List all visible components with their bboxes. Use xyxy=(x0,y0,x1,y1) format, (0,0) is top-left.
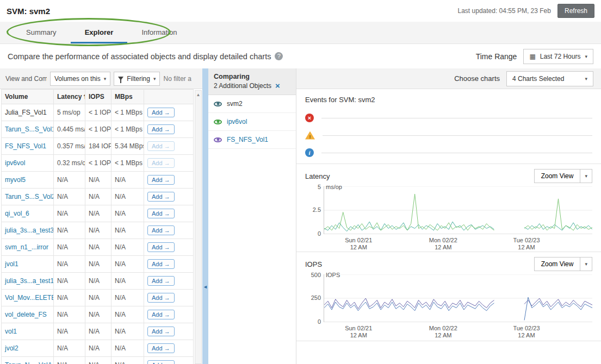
volume-link[interactable]: FS_NFS_Vol1 xyxy=(5,142,46,150)
add-button[interactable]: Add → xyxy=(147,108,175,117)
comparing-item-label[interactable]: FS_NFS_Vol1 xyxy=(227,136,268,143)
iops-cell: N/A xyxy=(85,256,111,273)
series-svm2 xyxy=(324,298,494,309)
iops-cell: N/A xyxy=(85,323,111,340)
zoom-view-caret-button[interactable]: ▾ xyxy=(580,257,592,271)
iops-cell: N/A xyxy=(85,222,111,239)
tab-summary[interactable]: Summary xyxy=(12,22,71,43)
volume-link[interactable]: jvol2 xyxy=(5,344,18,352)
table-row: FS_NFS_Vol10.357 ms/o184 IOPS5.34 MBpsAd… xyxy=(2,138,194,155)
column-header-volume[interactable]: Volume xyxy=(2,90,54,104)
comparing-item[interactable]: ipv6vol xyxy=(208,113,296,131)
latency-cell: 5 ms/op xyxy=(54,104,85,121)
latency-cell: N/A xyxy=(54,205,85,222)
volume-link[interactable]: Vol_Mov...ELETE xyxy=(5,294,54,302)
add-button[interactable]: Add → xyxy=(147,259,175,269)
add-button[interactable]: Add → xyxy=(147,310,175,319)
comparing-panel: Comparing 2 Additional Objects × svm2ipv… xyxy=(208,68,296,364)
comparing-item[interactable]: svm2 xyxy=(208,95,296,113)
add-button[interactable]: Add → xyxy=(147,343,175,353)
filtering-button[interactable]: Filtering ▾ xyxy=(114,72,160,86)
chevron-down-icon: ▾ xyxy=(104,76,107,81)
add-button[interactable]: Add → xyxy=(147,175,175,185)
volume-link[interactable]: Tarun_S...S_Vol2 xyxy=(5,193,54,200)
mbps-cell: < 1 MBps xyxy=(111,121,144,138)
iops-cell: < 1 IOPS xyxy=(85,104,111,121)
eye-icon[interactable] xyxy=(214,137,222,142)
zoom-view-split-button: Zoom View ▾ xyxy=(534,257,592,271)
table-scrollbar[interactable]: ▲ xyxy=(195,90,202,364)
main-content: View and Comp Volumes on this ▾ Filterin… xyxy=(0,68,601,364)
comparing-item[interactable]: FS_NFS_Vol1 xyxy=(208,131,296,149)
volume-link[interactable]: julia_3s...a_test1 xyxy=(5,277,54,285)
events-title: Events for SVM: svm2 xyxy=(305,96,592,104)
iops-cell: < 1 IOPS xyxy=(85,155,111,172)
eye-icon[interactable] xyxy=(214,102,222,106)
volume-link[interactable]: jvol1 xyxy=(5,260,18,268)
scroll-up-icon[interactable]: ▲ xyxy=(195,91,201,97)
time-range-dropdown[interactable]: ▦ Last 72 Hours ▾ xyxy=(523,49,593,64)
add-button[interactable]: Add → xyxy=(147,293,175,303)
remove-all-icon[interactable]: × xyxy=(275,83,280,89)
column-header-iops[interactable]: IOPS xyxy=(85,90,111,104)
volume-link[interactable]: julia_3s...a_test3 xyxy=(5,227,54,234)
tab-explorer[interactable]: Explorer xyxy=(71,22,128,43)
panel-collapse-handle[interactable]: ◄ xyxy=(202,68,208,364)
iops-cell: N/A xyxy=(85,357,111,364)
add-button[interactable]: Add → xyxy=(147,360,175,364)
add-button[interactable]: Add → xyxy=(147,192,175,202)
event-row-warning: ! xyxy=(305,127,592,144)
eye-icon[interactable] xyxy=(214,120,222,124)
zoom-view-button[interactable]: Zoom View xyxy=(534,169,581,183)
view-selector-dropdown[interactable]: Volumes on this ▾ xyxy=(50,72,110,86)
page-header: SVM: svm2 Last updated: 04:55 PM, 23 Feb… xyxy=(0,0,601,22)
volume-link[interactable]: ipv6vol xyxy=(5,159,25,167)
latency-cell: N/A xyxy=(54,323,85,340)
iops-chart-section: IOPS Zoom View ▾ 500 250 0 IOPS Sun 02/2 xyxy=(296,252,601,340)
table-row: Julia_FS_Vol15 ms/op< 1 IOPS< 1 MBpsAdd … xyxy=(2,104,194,121)
iops-chart-svg xyxy=(324,274,592,322)
refresh-button[interactable]: Refresh xyxy=(557,4,594,18)
iops-chart-body: 500 250 0 IOPS xyxy=(305,274,592,322)
add-button: Add → xyxy=(147,141,175,151)
page-subtitle: Compare the performance of associated ob… xyxy=(8,52,271,61)
y-tick-min: 0 xyxy=(318,318,321,325)
volume-link[interactable]: vol_delete_FS xyxy=(5,311,47,318)
column-header-latency[interactable]: Latency ⇅ xyxy=(54,90,85,104)
column-header-mbps[interactable]: MBps xyxy=(111,90,144,104)
series-FS_NFS_Vol1 xyxy=(524,297,592,320)
warning-icon[interactable]: ! xyxy=(305,131,315,140)
add-button[interactable]: Add → xyxy=(147,242,175,252)
table-row: ipv6vol0.32 ms/op< 1 IOPS< 1 MBpsAdd → xyxy=(2,155,194,172)
event-timeline xyxy=(321,118,592,118)
help-icon[interactable]: ? xyxy=(275,52,283,60)
volume-link[interactable]: svm_n1_...irror xyxy=(5,243,48,251)
table-row: vol1N/AN/AN/AAdd → xyxy=(2,323,194,340)
add-button[interactable]: Add → xyxy=(147,327,175,336)
volume-link[interactable]: Julia_FS_Vol1 xyxy=(5,109,47,116)
volume-link[interactable]: Tarun_S...S_Vol1 xyxy=(5,125,54,133)
tab-information[interactable]: Information xyxy=(127,22,191,43)
comparing-item-label[interactable]: ipv6vol xyxy=(227,118,247,125)
volume-link[interactable]: vol1 xyxy=(5,328,17,335)
comparing-item-label[interactable]: svm2 xyxy=(227,100,243,108)
add-button[interactable]: Add → xyxy=(147,124,175,134)
charts-selector-dropdown[interactable]: 4 Charts Selected ▾ xyxy=(506,71,593,86)
add-button[interactable]: Add → xyxy=(147,209,175,218)
iops-cell: N/A xyxy=(85,189,111,205)
add-button[interactable]: Add → xyxy=(147,276,175,286)
error-icon[interactable]: × xyxy=(305,114,314,122)
iops-cell: N/A xyxy=(85,239,111,256)
add-button[interactable]: Add → xyxy=(147,225,175,235)
volume-link[interactable]: Tarun_N..._VolA xyxy=(5,361,52,364)
volume-link[interactable]: myvol5 xyxy=(5,176,26,184)
info-icon[interactable]: i xyxy=(305,148,314,157)
iops-unit-label: IOPS xyxy=(326,272,340,278)
latency-unit-label: ms/op xyxy=(326,184,342,190)
zoom-view-caret-button[interactable]: ▾ xyxy=(580,169,592,183)
mbps-cell: N/A xyxy=(111,256,144,273)
zoom-view-button[interactable]: Zoom View xyxy=(534,257,581,271)
chevron-down-icon: ▾ xyxy=(153,76,156,81)
table-row: jvol1N/AN/AN/AAdd → xyxy=(2,256,194,273)
volume-link[interactable]: qi_vol_6 xyxy=(5,210,29,217)
